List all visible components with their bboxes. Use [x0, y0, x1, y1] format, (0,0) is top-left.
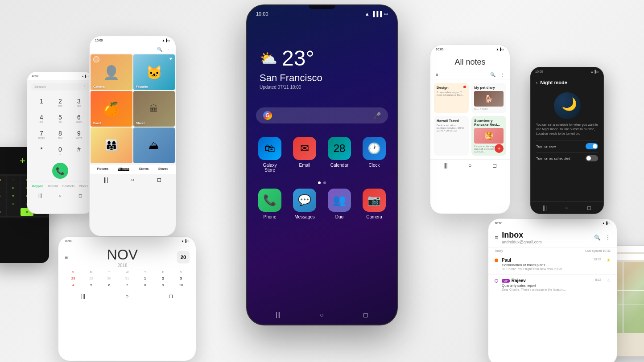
app-galaxy-store[interactable]: 🛍 GalaxyStore [256, 137, 284, 173]
cal-4[interactable]: 4 [65, 282, 82, 288]
gallery-nav-back[interactable]: ||| [104, 177, 108, 183]
app-phone[interactable]: 📞 Phone [256, 189, 284, 219]
night-toggle-scheduled[interactable] [586, 155, 598, 161]
dial-key-hash[interactable]: # [70, 143, 88, 158]
notes-nav-recents[interactable]: ◻ [492, 162, 497, 169]
nav-home[interactable]: ○ [320, 311, 323, 318]
microphone-icon[interactable]: 🎤 [373, 112, 381, 119]
calc-btn-divide[interactable]: ÷ [7, 176, 20, 184]
calc-btn-4[interactable]: 4 [0, 192, 6, 200]
gallery-item-6[interactable]: ⛰ [133, 128, 175, 163]
cal-nav-back[interactable]: ||| [81, 293, 85, 299]
email-rajeev-star[interactable]: ☆ [607, 278, 611, 283]
dial-key-3[interactable]: 3DEF [70, 95, 88, 110]
dialer-nav-recents[interactable]: ◻ [78, 193, 82, 198]
gallery-search-icon[interactable]: 🔍 [157, 47, 162, 52]
notes-menu-icon[interactable]: ≡ [436, 72, 438, 77]
gallery-nav-home[interactable]: ○ [131, 177, 134, 183]
email-menu-icon[interactable]: ≡ [495, 234, 498, 241]
cal-1[interactable]: 1 [136, 276, 153, 281]
cal-8[interactable]: 8 [136, 282, 153, 288]
app-email[interactable]: ✉ Email [291, 137, 318, 173]
calc-btn-5[interactable]: 5 [7, 192, 20, 200]
calc-btn-7[interactable]: 7 [0, 184, 6, 192]
tab-recent[interactable]: Recent [48, 185, 58, 188]
note-hawaii[interactable]: Hawaii Travel Book a vacation package to… [434, 116, 469, 156]
dial-key-4[interactable]: 4GHI [33, 111, 50, 126]
tab-places[interactable]: Places [79, 185, 88, 188]
dial-key-star[interactable]: * [33, 143, 50, 158]
note-pet-diary[interactable]: My pet diary 🐕 Nov 7 2018 [471, 83, 506, 113]
notes-nav-home[interactable]: ○ [468, 162, 471, 169]
dialer-search[interactable]: Search ⋮ [31, 83, 90, 90]
email-item-rajeev[interactable]: VIP Rajeev Quarterly sales report Dear C… [488, 275, 617, 295]
night-back-icon[interactable]: ‹ [536, 80, 537, 85]
nav-back[interactable]: ||| [276, 311, 281, 318]
page-dot-1[interactable] [318, 181, 321, 184]
dial-key-1[interactable]: 1 [33, 95, 50, 110]
night-toggle-now[interactable] [586, 143, 598, 149]
page-dot-2[interactable] [323, 181, 326, 184]
night-nav-back[interactable]: ||| [543, 205, 547, 211]
tab-shared[interactable]: Shared [158, 167, 169, 171]
gallery-item-5[interactable]: 👨‍👩‍👧 [91, 128, 132, 163]
call-button[interactable]: 📞 [52, 163, 68, 179]
cal-nav-home[interactable]: ○ [125, 293, 128, 299]
email-search-icon[interactable]: 🔍 [594, 234, 601, 241]
nav-recents[interactable]: ◻ [363, 311, 368, 318]
gallery-more-icon[interactable]: ⋮ [166, 47, 170, 52]
dial-key-8[interactable]: 8TUV [51, 127, 69, 142]
cal-7[interactable]: 7 [119, 282, 136, 288]
night-nav-recents[interactable]: ◻ [587, 205, 591, 211]
tab-keypad[interactable]: Keypad [32, 185, 43, 188]
calc-btn-0[interactable]: 0 [0, 208, 6, 216]
search-bar[interactable]: G 🎤 [256, 107, 388, 123]
cal-3[interactable]: 3 [173, 276, 190, 281]
dial-key-6[interactable]: 6MNO [70, 111, 88, 126]
calc-btn-percent[interactable]: % [0, 176, 6, 184]
notes-search-icon[interactable]: 🔍 [490, 72, 495, 77]
notes-more-icon[interactable]: ⋮ [500, 72, 504, 77]
gallery-food[interactable]: 🍊 Food [91, 91, 132, 127]
gallery-street[interactable]: 🏛 Street [133, 91, 175, 127]
dial-key-2[interactable]: 2ABC [51, 95, 69, 110]
note-design[interactable]: Design 2 cups white sugar, 2 cups all-pu… [434, 83, 469, 113]
calc-btn-2[interactable]: 2 [7, 200, 20, 208]
night-nav-home[interactable]: ○ [566, 205, 569, 211]
dial-key-5[interactable]: 5JKL [51, 111, 69, 126]
app-clock[interactable]: 🕐 Clock [360, 137, 388, 173]
email-paul-star[interactable]: ★ [607, 258, 611, 263]
cal-9[interactable]: 9 [154, 282, 171, 288]
note-add-button[interactable]: + [495, 144, 504, 153]
tab-stories[interactable]: Stories [139, 167, 149, 171]
tab-contacts[interactable]: Contacts [62, 185, 74, 188]
calc-btn-dot[interactable]: . [7, 208, 20, 216]
cal-date-icon[interactable]: 20 [177, 251, 190, 263]
cal-28[interactable]: 28 [65, 276, 82, 281]
notes-nav-back[interactable]: ||| [443, 162, 447, 169]
tab-albums[interactable]: Albums [118, 167, 129, 171]
calc-btn-8[interactable]: 8 [7, 184, 20, 192]
app-duo[interactable]: 👥 Duo [326, 189, 353, 219]
cal-5[interactable]: 5 [83, 282, 99, 288]
dialer-more-icon[interactable]: ⋮ [83, 85, 86, 89]
dial-key-7[interactable]: 7PQRS [33, 127, 50, 142]
gallery-favorite[interactable]: 🐱 ♥ Favorite [133, 54, 175, 90]
cal-30[interactable]: 30 [101, 276, 118, 281]
email-more-icon[interactable]: ⋮ [605, 234, 611, 241]
app-camera[interactable]: 📷 Camera [360, 189, 388, 219]
cal-29[interactable]: 29 [83, 276, 99, 281]
dialer-nav-back[interactable]: ||| [38, 193, 42, 198]
cal-2[interactable]: 2 [154, 276, 171, 281]
gallery-camera[interactable]: 👤 Camera [91, 54, 132, 90]
dial-key-9[interactable]: 9WXYZ [70, 127, 88, 142]
dialer-nav-home[interactable]: ○ [59, 193, 62, 198]
tab-pictures[interactable]: Pictures [97, 167, 108, 171]
cal-31[interactable]: 31 [119, 276, 136, 281]
calc-btn-1[interactable]: 1 [0, 200, 6, 208]
cal-10[interactable]: 10 [173, 282, 190, 288]
app-calendar[interactable]: 28 Calendar [326, 137, 353, 173]
email-item-paul[interactable]: Paul Confirmation of travel plans Hi, Ch… [488, 254, 617, 275]
dial-key-0[interactable]: 0+ [51, 143, 69, 158]
cal-menu-icon[interactable]: ≡ [65, 254, 68, 260]
